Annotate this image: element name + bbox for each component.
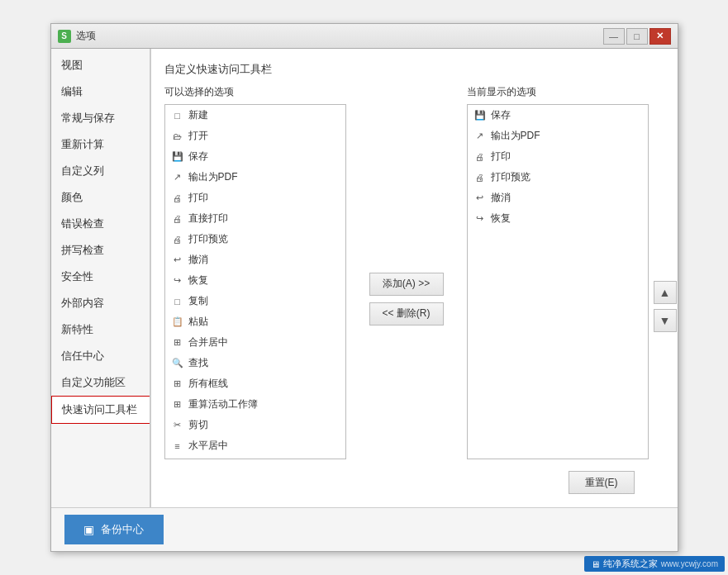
undo-icon: ↩ xyxy=(172,254,183,266)
options-window: S 选项 — □ ✕ 视图 编辑 常规与保存 重新计算 自定义列 颜色 错误检查… xyxy=(50,23,678,552)
sidebar-item-spell-check[interactable]: 拼写检查 xyxy=(51,237,150,264)
list-item[interactable]: 🔍 查找 xyxy=(165,353,345,373)
undo-icon: ↩ xyxy=(474,192,486,204)
list-item[interactable]: 🖨 直接打印 xyxy=(165,208,345,229)
sidebar-item-security[interactable]: 安全性 xyxy=(51,264,150,290)
list-item[interactable]: ↩ 撤消 xyxy=(165,249,345,270)
save-icon: 💾 xyxy=(474,110,486,121)
sidebar-item-general-save[interactable]: 常规与保存 xyxy=(51,105,150,131)
current-list-item[interactable]: 🖨 打印 xyxy=(468,146,648,167)
current-list-item[interactable]: ↗ 输出为PDF xyxy=(468,126,648,146)
list-item[interactable]: ⊞ 合并居中 xyxy=(165,332,345,353)
sidebar-item-color[interactable]: 颜色 xyxy=(51,184,150,211)
current-list[interactable]: 💾 保存 ↗ 输出为PDF 🖨 打印 xyxy=(467,104,649,459)
move-down-button[interactable]: ▼ xyxy=(654,309,677,332)
find-icon: 🔍 xyxy=(172,358,183,369)
minimize-button[interactable]: — xyxy=(603,28,625,45)
list-item[interactable]: 🖨 打印 xyxy=(165,188,345,208)
panel-title: 自定义快速访问工具栏 xyxy=(164,62,664,77)
redo-icon: ↪ xyxy=(474,213,486,225)
content-area: 视图 编辑 常规与保存 重新计算 自定义列 颜色 错误检查 拼写检查 安全性 外… xyxy=(51,49,678,507)
list-item[interactable]: 🗁 打开 xyxy=(165,126,345,146)
open-icon: 🗁 xyxy=(172,131,183,142)
list-item[interactable]: □ 新建 xyxy=(165,105,345,126)
current-label: 当前显示的选项 xyxy=(467,85,678,99)
list-item[interactable]: 📋 粘贴 xyxy=(165,311,345,332)
copy-icon: □ xyxy=(172,296,183,307)
move-up-button[interactable]: ▲ xyxy=(654,281,677,304)
current-list-item[interactable]: ↩ 撤消 xyxy=(468,188,648,208)
print-icon: 🖨 xyxy=(172,192,183,204)
available-list[interactable]: □ 新建 🗁 打开 💾 保存 ↗ 输出为PD xyxy=(164,104,346,459)
print-preview-icon: 🖨 xyxy=(474,172,486,183)
center-icon: ≡ xyxy=(172,440,183,452)
watermark-text: 纯净系统之家 xyxy=(603,558,658,570)
title-bar-left: S 选项 xyxy=(58,29,96,43)
list-item[interactable]: ≡ 水平居中 xyxy=(165,435,345,456)
list-item[interactable]: ✂ 剪切 xyxy=(165,415,345,435)
sidebar: 视图 编辑 常规与保存 重新计算 自定义列 颜色 错误检查 拼写检查 安全性 外… xyxy=(51,49,150,507)
sidebar-item-custom-ribbon[interactable]: 自定义功能区 xyxy=(51,369,150,396)
merge-icon: ⊞ xyxy=(172,337,183,349)
current-list-item[interactable]: 💾 保存 xyxy=(468,105,648,126)
two-columns-layout: 可以选择的选项 □ 新建 🗁 打开 💾 保存 xyxy=(164,85,664,463)
remove-button[interactable]: << 删除(R) xyxy=(369,302,444,326)
sidebar-item-recalculate[interactable]: 重新计算 xyxy=(51,131,150,158)
recalc-icon: ⊞ xyxy=(172,399,183,411)
window-title: 选项 xyxy=(76,29,96,43)
new-icon: □ xyxy=(172,110,183,121)
watermark-icon: 🖥 xyxy=(591,559,600,569)
available-label: 可以选择的选项 xyxy=(164,85,346,99)
title-bar: S 选项 — □ ✕ xyxy=(51,24,678,49)
redo-icon: ↪ xyxy=(172,275,183,287)
direct-print-icon: 🖨 xyxy=(172,213,183,225)
sidebar-item-error-check[interactable]: 错误检查 xyxy=(51,211,150,237)
current-list-item[interactable]: 🖨 打印预览 xyxy=(468,167,648,188)
maximize-button[interactable]: □ xyxy=(626,28,648,45)
close-button[interactable]: ✕ xyxy=(649,28,671,45)
list-item[interactable]: 💾 保存 xyxy=(165,146,345,167)
print-preview-icon: 🖨 xyxy=(172,234,183,245)
list-item[interactable]: 🖨 打印预览 xyxy=(165,229,345,249)
add-button[interactable]: 添加(A) >> xyxy=(369,273,444,296)
title-controls: — □ ✕ xyxy=(603,28,671,45)
paste-icon: 📋 xyxy=(172,316,183,328)
watermark-url: www.ycwjy.com xyxy=(661,559,718,568)
save-icon: 💾 xyxy=(172,151,183,163)
list-item[interactable]: ↗ 输出为PDF xyxy=(165,167,345,188)
reset-button[interactable]: 重置(E) xyxy=(569,471,635,494)
current-list-item[interactable]: ↪ 恢复 xyxy=(468,208,648,229)
backup-center-label: 备份中心 xyxy=(101,522,144,537)
backup-icon: ▣ xyxy=(83,523,94,536)
backup-center-button[interactable]: ▣ 备份中心 xyxy=(64,515,164,544)
borders-icon: ⊞ xyxy=(172,378,183,390)
sidebar-item-new-features[interactable]: 新特性 xyxy=(51,316,150,343)
available-column: 可以选择的选项 □ 新建 🗁 打开 💾 保存 xyxy=(164,85,346,463)
sidebar-item-edit[interactable]: 编辑 xyxy=(51,78,150,105)
app-icon: S xyxy=(58,30,71,43)
print-icon: 🖨 xyxy=(474,151,486,163)
list-item[interactable]: □ 复制 xyxy=(165,291,345,311)
sidebar-item-trust-center[interactable]: 信任中心 xyxy=(51,343,150,369)
list-item[interactable]: Σ 求和 xyxy=(165,456,345,459)
sidebar-item-external-content[interactable]: 外部内容 xyxy=(51,290,150,316)
main-panel: 自定义快速访问工具栏 可以选择的选项 □ 新建 🗁 打开 xyxy=(150,49,678,507)
sidebar-item-custom-column[interactable]: 自定义列 xyxy=(51,158,150,184)
bottom-bar: ▣ 备份中心 xyxy=(51,507,678,551)
middle-buttons: 添加(A) >> << 删除(R) xyxy=(359,85,454,463)
watermark: 🖥 纯净系统之家 www.ycwjy.com xyxy=(584,556,725,572)
sidebar-item-view[interactable]: 视图 xyxy=(51,52,150,78)
sidebar-item-quick-access[interactable]: 快速访问工具栏 xyxy=(51,396,150,424)
list-item[interactable]: ⊞ 所有框线 xyxy=(165,373,345,394)
pdf-icon: ↗ xyxy=(474,131,486,142)
list-item[interactable]: ↪ 恢复 xyxy=(165,270,345,291)
pdf-icon: ↗ xyxy=(172,172,183,183)
right-controls: ▲ ▼ xyxy=(649,104,678,459)
current-column: 当前显示的选项 💾 保存 ↗ 输出为PDF xyxy=(467,85,678,463)
cut-icon: ✂ xyxy=(172,420,183,431)
list-item[interactable]: ⊞ 重算活动工作簿 xyxy=(165,394,345,415)
